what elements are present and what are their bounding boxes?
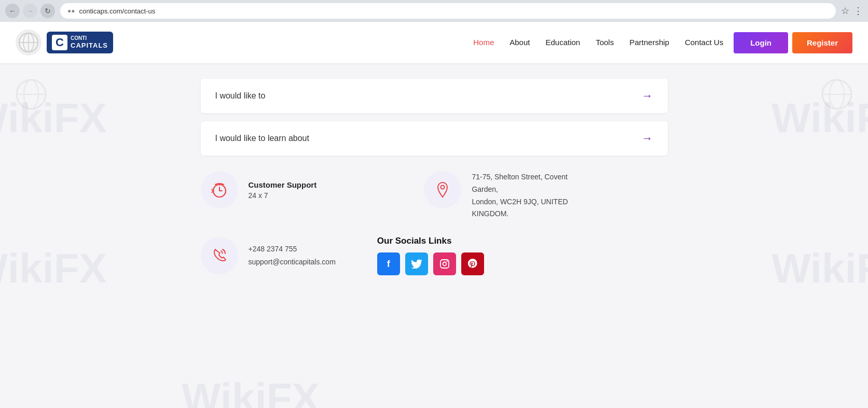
refresh-button[interactable]: ↻	[40, 4, 55, 18]
register-button[interactable]: Register	[792, 32, 852, 53]
location-icon-circle	[424, 171, 461, 208]
wm-logo-2	[821, 79, 852, 112]
nav-tools[interactable]: Tools	[596, 38, 614, 47]
watermark-2: WikiFX	[771, 94, 868, 142]
svg-point-5	[24, 80, 38, 109]
accordion-item-1[interactable]: I would like to →	[201, 79, 668, 113]
phone-number: +248 2374 755	[249, 243, 336, 256]
svg-point-4	[17, 80, 46, 109]
address-card: 71-75, Shelton Street, Covent Garden, Lo…	[424, 171, 667, 220]
navbar: C CONTI CAPITALS Home About Education To…	[0, 22, 868, 63]
back-button[interactable]: ←	[5, 4, 20, 18]
accordion-item-2[interactable]: I would like to learn about →	[201, 121, 668, 156]
watermark-3: WikiFX	[0, 245, 107, 292]
phone-icon	[210, 246, 229, 265]
support-hours: 24 x 7	[249, 191, 317, 200]
phone-section: +248 2374 755 support@conticapitals.com …	[201, 236, 668, 275]
menu-icon[interactable]: ⋮	[853, 5, 863, 17]
twitter-icon[interactable]	[405, 252, 428, 275]
nav-links: Home About Education Tools Partnership C…	[473, 38, 723, 47]
nav-education-link[interactable]: Education	[545, 38, 580, 47]
svg-point-8	[830, 80, 844, 109]
svg-point-7	[822, 80, 851, 109]
svg-line-16	[212, 189, 213, 190]
accordion-label-1: I would like to	[215, 91, 266, 101]
address-text: 71-75, Shelton Street, Covent Garden, Lo…	[472, 171, 568, 220]
address-line1: 71-75, Shelton Street, Covent	[472, 173, 567, 181]
nav-home[interactable]: Home	[473, 38, 494, 47]
nav-education[interactable]: Education	[545, 38, 580, 47]
browser-actions: ☆ ⋮	[841, 5, 863, 17]
support-card: Customer Support 24 x 7	[201, 171, 404, 208]
social-icons: f	[377, 252, 484, 275]
nav-contact-link[interactable]: Contact Us	[685, 38, 723, 47]
address-bar[interactable]: ●● conticaps.com/contact-us	[60, 3, 836, 19]
url-text: conticaps.com/contact-us	[79, 7, 156, 15]
browser-chrome: ← → ↻ ●● conticaps.com/contact-us ☆ ⋮	[0, 0, 868, 22]
nav-contact[interactable]: Contact Us	[685, 38, 723, 47]
address-line4: KINGDOM.	[472, 209, 508, 218]
address-line2: Garden,	[472, 185, 498, 193]
main-content: WikiFX WikiFX WikiFX WikiFX WikiFX I wou…	[0, 63, 868, 408]
accordion-label-2: I would like to learn about	[215, 134, 309, 143]
socials-heading: Our Socials Links	[377, 236, 484, 246]
accordion-arrow-2: →	[642, 132, 653, 145]
logo-area: C CONTI CAPITALS	[16, 30, 113, 55]
browser-nav-buttons: ← → ↻	[5, 4, 55, 18]
watermark-5: WikiFX	[182, 374, 320, 408]
contact-info-row: Customer Support 24 x 7 71-75, Shelton S…	[201, 171, 668, 220]
watermark-4: WikiFX	[771, 245, 868, 292]
nav-about-link[interactable]: About	[509, 38, 530, 47]
star-icon[interactable]: ☆	[841, 5, 849, 17]
forward-button[interactable]: →	[23, 4, 37, 18]
logo-c-letter: C	[52, 35, 67, 50]
support-text: Customer Support 24 x 7	[249, 180, 317, 200]
support-email: support@conticapitals.com	[249, 256, 336, 269]
phone-text: +248 2374 755 support@conticapitals.com	[249, 243, 336, 269]
svg-point-19	[443, 262, 446, 266]
support-icon-circle	[201, 171, 238, 208]
phone-icon-circle	[201, 237, 238, 274]
nav-tools-link[interactable]: Tools	[596, 38, 614, 47]
logo-globe-icon	[16, 30, 42, 55]
accordion-arrow-1: →	[642, 89, 653, 103]
svg-point-13	[218, 184, 220, 186]
wm-logo-1	[16, 79, 47, 112]
watermark-1: WikiFX	[0, 94, 107, 142]
phone-card: +248 2374 755 support@conticapitals.com	[201, 237, 336, 274]
logo-box[interactable]: C CONTI CAPITALS	[47, 32, 113, 53]
address-line3: London, WC2H 9JQ, UNITED	[472, 198, 568, 206]
nav-home-link[interactable]: Home	[473, 38, 494, 47]
svg-point-20	[447, 261, 448, 262]
location-icon	[433, 180, 452, 199]
lock-icon: ●●	[67, 7, 75, 15]
pinterest-icon[interactable]	[461, 252, 484, 275]
instagram-icon[interactable]	[433, 252, 456, 275]
clock-icon	[210, 180, 229, 199]
logo-text: CONTI CAPITALS	[71, 35, 108, 50]
support-title: Customer Support	[249, 180, 317, 189]
facebook-icon[interactable]: f	[377, 252, 400, 275]
login-button[interactable]: Login	[734, 32, 788, 53]
svg-line-15	[212, 192, 213, 192]
nav-partnership-link[interactable]: Partnership	[629, 38, 669, 47]
nav-partnership[interactable]: Partnership	[629, 38, 669, 47]
nav-about[interactable]: About	[509, 38, 530, 47]
content-wrap: I would like to → I would like to learn …	[201, 79, 668, 275]
svg-point-17	[441, 186, 445, 189]
social-section: Our Socials Links f	[377, 236, 484, 275]
logo-capitals: CAPITALS	[71, 41, 108, 50]
logo-conti: CONTI	[71, 35, 108, 41]
